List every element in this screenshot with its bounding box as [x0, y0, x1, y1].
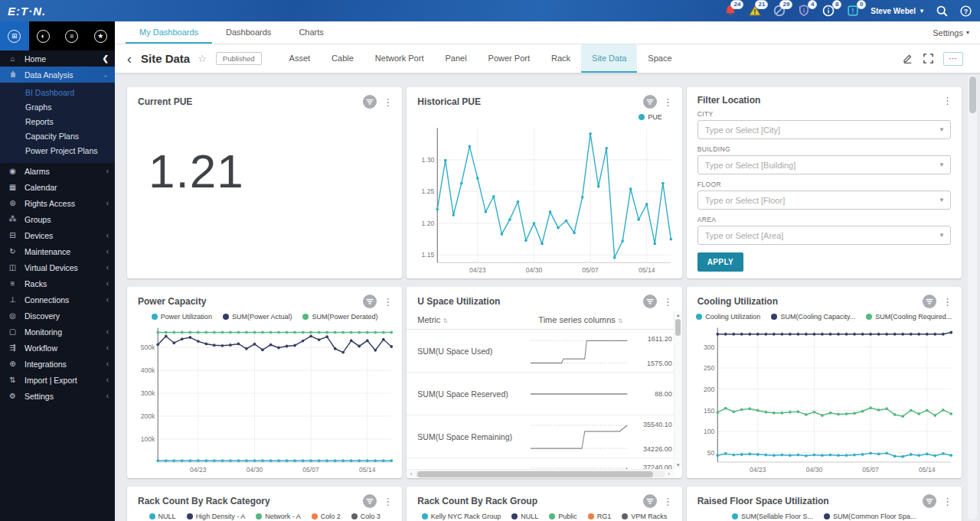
submenu-item[interactable]: Graphs: [0, 100, 115, 115]
card-menu-icon[interactable]: ⋮: [663, 297, 673, 307]
card-menu-icon[interactable]: ⋮: [663, 497, 673, 506]
sidebar-item[interactable]: ≡ Racks ‹: [0, 275, 115, 291]
search-icon[interactable]: [936, 5, 949, 18]
horizontal-scrollbar[interactable]: ‹ ›: [407, 469, 673, 478]
card-filter-icon[interactable]: [923, 494, 936, 508]
sheet-tab[interactable]: Panel: [434, 44, 477, 73]
card-menu-icon[interactable]: ⋮: [383, 497, 393, 506]
sheet-tab[interactable]: Space: [637, 44, 682, 73]
svg-text:500k: 500k: [141, 344, 155, 351]
chart-legend: Cooling Utilization SUM(Cooling Capacity…: [687, 311, 962, 322]
sheet-tab[interactable]: Asset: [279, 44, 322, 73]
help-icon[interactable]: ?: [959, 5, 972, 18]
settings-dropdown[interactable]: Settings ▾: [933, 28, 969, 37]
info-circle-icon[interactable]: 8: [822, 4, 835, 18]
data-analysis-submenu: BI Dashboard Graphs Reports Capacity Pla…: [0, 83, 115, 163]
sidebar-item[interactable]: ⊥ Connections ‹: [0, 291, 115, 308]
vertical-scrollbar[interactable]: ▲ ▼: [674, 311, 682, 469]
sidebar-item[interactable]: ⇅ Import | Export ‹: [0, 372, 115, 388]
edit-pencil-icon[interactable]: [902, 53, 913, 64]
scroll-right-icon[interactable]: ›: [665, 471, 674, 477]
filter-select-input[interactable]: [697, 120, 951, 139]
sidebar-item[interactable]: ⊛ Rights Access ‹: [0, 195, 115, 211]
back-icon[interactable]: ‹: [122, 52, 136, 66]
submenu-item[interactable]: Power Project Plans: [0, 144, 115, 158]
sort-icon[interactable]: ⇅: [618, 317, 623, 324]
sidebar-item[interactable]: ◉ Alarms ‹: [0, 163, 115, 179]
sheet-tab[interactable]: Cable: [321, 44, 364, 73]
sidebar-item[interactable]: ⇶ Workflow ‹: [0, 340, 115, 356]
alarm-bell-icon[interactable]: 24: [724, 4, 737, 18]
submenu-item[interactable]: Capacity Plans: [0, 129, 115, 144]
sidebar-item-data-analysis[interactable]: ılı Data Analysis ⌄: [0, 67, 115, 83]
legend-item: VPM Racks: [622, 513, 667, 520]
warning-triangle-icon[interactable]: 21: [748, 4, 762, 18]
sidebar-item[interactable]: ↻ Maintenance ‹: [0, 243, 115, 259]
page-scrollbar[interactable]: [968, 75, 977, 519]
sheet-tab[interactable]: Rack: [541, 44, 581, 73]
filter-select-input[interactable]: [697, 155, 951, 174]
sheet-tab[interactable]: Network Port: [364, 44, 435, 73]
sidebar-item[interactable]: ⊕ Integrations ‹: [0, 356, 115, 372]
user-menu[interactable]: Steve Webel ▼: [871, 7, 925, 15]
card-menu-icon[interactable]: ⋮: [942, 297, 952, 307]
card-filter-icon[interactable]: [643, 295, 657, 308]
filter-select-input[interactable]: [697, 226, 951, 245]
legend-item: Power Utilization: [152, 313, 212, 321]
world-icon[interactable]: ◐: [29, 21, 58, 50]
filter-select-input[interactable]: [697, 190, 951, 210]
alarm-count-badge: 24: [730, 0, 743, 9]
disabled-circle-icon[interactable]: 29: [773, 4, 786, 18]
card-rack-count-group: Rack Count By Rack Group ⋮ Kelly NYC Rac…: [407, 487, 681, 521]
dashboard-tab[interactable]: Charts: [285, 21, 337, 44]
chevron-left-icon: ‹: [106, 167, 109, 175]
shield-info-icon[interactable]: 4: [797, 4, 811, 18]
sheet-tab[interactable]: Site Data: [581, 44, 637, 73]
list-icon[interactable]: ≡: [57, 21, 87, 50]
card-menu-icon[interactable]: ⋮: [383, 297, 393, 307]
sidebar-item[interactable]: ◫ Virtual Devices ‹: [0, 259, 115, 275]
sidebar-item[interactable]: ⁂ Groups ‹: [0, 211, 115, 227]
card-filter-icon[interactable]: [923, 295, 936, 308]
svg-text:05/07: 05/07: [302, 466, 319, 474]
scroll-down-icon[interactable]: ▼: [676, 461, 681, 469]
submenu-item[interactable]: Reports: [0, 115, 115, 129]
card-menu-icon[interactable]: ⋮: [942, 497, 952, 506]
dashboard-tab[interactable]: Dashboards: [212, 21, 285, 44]
card-filter-icon[interactable]: [363, 295, 377, 308]
sidebar-item[interactable]: ⊟ Devices ‹: [0, 227, 115, 243]
more-options-button[interactable]: ⋯: [943, 52, 963, 66]
sidebar-item[interactable]: ▢ Monitoring ‹: [0, 324, 115, 340]
card-filter-icon[interactable]: [363, 95, 377, 109]
star-icon[interactable]: ★: [87, 21, 116, 50]
scrollbar-thumb[interactable]: [675, 319, 681, 336]
scrollbar-thumb[interactable]: [969, 77, 976, 113]
card-filter-icon[interactable]: [643, 494, 657, 508]
sidebar-item[interactable]: ▦ Calendar ‹: [0, 179, 115, 195]
legend-item: SUM(Common Floor Spa...: [824, 513, 916, 520]
svg-text:250: 250: [704, 364, 714, 372]
apply-button[interactable]: APPLY: [697, 252, 743, 272]
card-menu-icon[interactable]: ⋮: [383, 97, 393, 107]
sidebar-item-home[interactable]: ⌂ Home ❮: [0, 50, 115, 67]
sheet-tab[interactable]: Power Port: [478, 44, 541, 73]
scroll-left-icon[interactable]: ‹: [407, 471, 416, 477]
sort-icon[interactable]: ⇅: [443, 317, 448, 324]
scrollbar-thumb[interactable]: [417, 471, 653, 477]
sidebar-item[interactable]: ⚙ Settings ‹: [0, 388, 115, 404]
submenu-item[interactable]: BI Dashboard: [0, 86, 115, 100]
dashboard-tab[interactable]: My Dashboards: [126, 21, 212, 44]
legend-item: High Density - A: [187, 513, 246, 520]
card-filter-icon[interactable]: [643, 95, 657, 109]
alert-square-icon[interactable]: 0: [846, 4, 860, 18]
collapse-sidebar-icon[interactable]: ❮: [103, 54, 109, 63]
card-menu-icon[interactable]: ⋮: [663, 97, 673, 107]
sidebar-item[interactable]: ◎ Discovery ‹: [0, 308, 115, 324]
favorite-star-icon[interactable]: ☆: [198, 53, 207, 64]
apps-grid-icon[interactable]: ⊞: [0, 21, 29, 50]
scroll-up-icon[interactable]: ▲: [676, 311, 681, 319]
card-menu-icon[interactable]: ⋮: [942, 96, 952, 106]
card-filter-icon[interactable]: [363, 494, 377, 508]
fullscreen-icon[interactable]: [923, 53, 934, 64]
legend-item: Cooling Utilization: [696, 313, 760, 321]
